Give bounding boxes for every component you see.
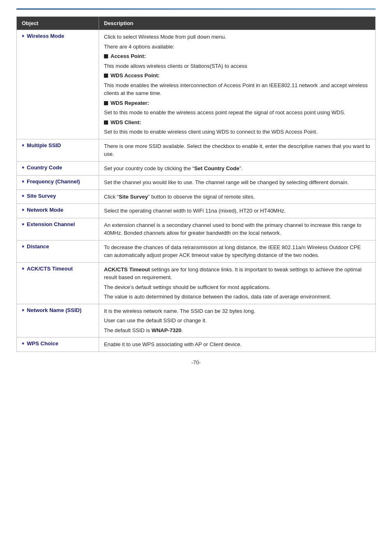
desc-paragraph: Set to this mode to enable wireless clie… (104, 128, 370, 136)
table-row-desc-0: Click to select Wireless Mode from pull … (99, 30, 376, 139)
desc-paragraph: WDS Repeater: (104, 99, 370, 107)
bullet-dot: • (22, 307, 24, 315)
object-label: Wireless Mode (27, 33, 64, 39)
table-row-object-5: •Network Mode (17, 204, 99, 218)
bullet-dot: • (22, 164, 24, 172)
top-border (16, 8, 376, 10)
desc-paragraph: Select the operating channel width to Wi… (104, 207, 370, 215)
desc-paragraph: Set the channel you would like to use. T… (104, 178, 370, 187)
table-row-desc-10: Enable it to use WPS associating with AP… (99, 338, 376, 352)
inline-bold: Site Survey (119, 194, 148, 200)
bullet-dot: • (22, 142, 24, 150)
bullet-dot: • (22, 32, 24, 41)
desc-paragraph: This mode allows wireless clients or Sta… (104, 62, 370, 70)
table-row-object-9: •Network Name (SSID) (17, 304, 99, 338)
desc-paragraph: It is the wireless network name. The SSI… (104, 307, 370, 315)
page-footer: -70- (16, 359, 376, 365)
table-row-desc-2: Set your country code by clicking the “S… (99, 161, 376, 176)
table-row-desc-1: There is one more SSID available. Select… (99, 139, 376, 161)
object-label: Network Name (SSID) (27, 307, 81, 313)
table-row-desc-7: To decrease the chances of data retransm… (99, 240, 376, 262)
table-row-object-7: •Distance (17, 240, 99, 262)
sq-bullet-icon (104, 120, 108, 125)
desc-paragraph: WDS Client: (104, 118, 370, 127)
inline-bold: WNAP-7320 (152, 327, 182, 333)
table-row-object-10: •WPS Choice (17, 338, 99, 352)
bullet-dot: • (22, 206, 24, 215)
desc-paragraph: The device’s default settings should be … (104, 283, 370, 291)
table-row-object-0: •Wireless Mode (17, 30, 99, 139)
object-label: Network Mode (27, 207, 63, 213)
sq-heading-text: Access Point: (111, 53, 146, 59)
table-row-desc-4: Click “Site Survey” button to observe th… (99, 190, 376, 204)
table-row-object-8: •ACK/CTS Timeout (17, 262, 99, 304)
sq-bullet-icon (104, 54, 108, 58)
bold-start: ACK/CTS Timeout (104, 266, 150, 273)
sq-heading-text: WDS Client: (111, 119, 141, 125)
desc-paragraph: Set your country code by clicking the “S… (104, 164, 370, 173)
table-row-object-3: •Frequency (Channel) (17, 176, 99, 190)
desc-paragraph: Click to select Wireless Mode from pull … (104, 33, 370, 41)
col-header-object: Object (17, 17, 99, 30)
desc-paragraph: There is one more SSID available. Select… (104, 142, 370, 158)
desc-paragraph: This mode enables the wireless interconn… (104, 81, 370, 97)
desc-paragraph: The value is auto determined by distance… (104, 293, 370, 301)
bullet-dot: • (22, 221, 24, 229)
object-label: ACK/CTS Timeout (27, 266, 73, 272)
bullet-dot: • (22, 340, 24, 348)
desc-paragraph: Access Point: (104, 52, 370, 60)
sq-bullet-icon (104, 74, 108, 78)
desc-paragraph: An extension channel is a secondary chan… (104, 221, 370, 237)
bullet-dot: • (22, 265, 24, 273)
desc-paragraph: There are 4 options available: (104, 43, 370, 51)
object-label: Country Code (27, 164, 62, 171)
desc-paragraph: Click “Site Survey” button to observe th… (104, 193, 370, 201)
table-row-desc-6: An extension channel is a secondary chan… (99, 218, 376, 240)
object-label: Site Survey (27, 193, 56, 199)
inline-bold: Set Country Code (194, 165, 240, 171)
desc-paragraph: Enable it to use WPS associating with AP… (104, 340, 370, 349)
desc-paragraph: WDS Access Point: (104, 72, 370, 80)
bullet-dot: • (22, 178, 24, 186)
sq-bullet-icon (104, 101, 108, 105)
desc-paragraph: ACK/CTS Timeout settings are for long di… (104, 266, 370, 282)
bullet-dot: • (22, 192, 24, 201)
table-row-object-1: •Multiple SSID (17, 139, 99, 161)
object-label: WPS Choice (27, 340, 58, 347)
object-label: Distance (27, 243, 49, 250)
object-label: Multiple SSID (27, 142, 61, 148)
desc-paragraph: The default SSID is WNAP-7320. (104, 326, 370, 335)
sq-heading-text: WDS Access Point: (111, 72, 159, 79)
desc-paragraph: User can use the default SSID or change … (104, 317, 370, 325)
table-row-object-2: •Country Code (17, 161, 99, 176)
table-row-object-6: •Extension Channel (17, 218, 99, 240)
table-row-desc-3: Set the channel you would like to use. T… (99, 176, 376, 190)
table-row-desc-5: Select the operating channel width to Wi… (99, 204, 376, 218)
desc-paragraph: Set to this mode to enable the wireless … (104, 109, 370, 117)
main-table: Object Description •Wireless ModeClick t… (16, 16, 376, 352)
table-row-desc-9: It is the wireless network name. The SSI… (99, 304, 376, 338)
col-header-description: Description (99, 17, 376, 30)
object-label: Frequency (Channel) (27, 178, 80, 185)
table-row-object-4: •Site Survey (17, 190, 99, 204)
sq-heading-text: WDS Repeater: (111, 100, 149, 106)
table-row-desc-8: ACK/CTS Timeout settings are for long di… (99, 262, 376, 304)
desc-paragraph: To decrease the chances of data retransm… (104, 243, 370, 259)
bullet-dot: • (22, 243, 24, 251)
object-label: Extension Channel (27, 221, 75, 227)
